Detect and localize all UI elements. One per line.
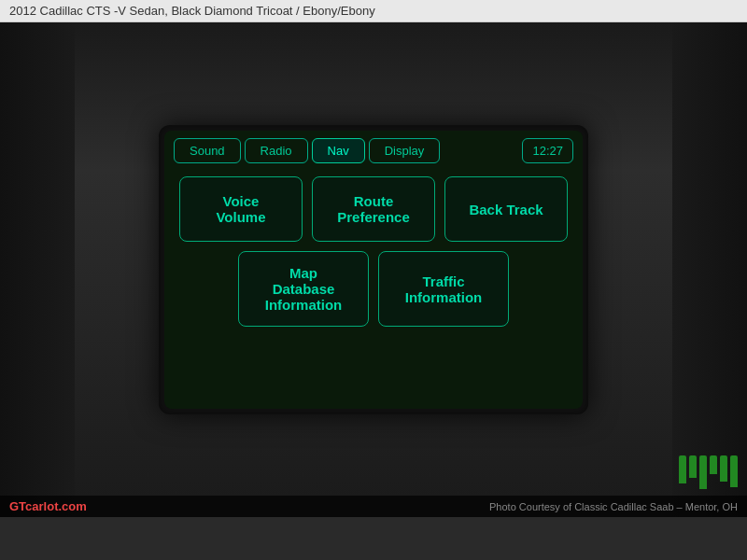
plant-bar <box>720 455 727 482</box>
page-title: 2012 Cadillac CTS -V Sedan, Black Diamon… <box>9 4 375 18</box>
voice-volume-button[interactable]: Voice Volume <box>179 176 303 242</box>
display-screen: Sound Radio Nav Display 12:27 Voice Volu… <box>164 131 583 409</box>
plants-decoration <box>679 455 738 489</box>
tab-time: 12:27 <box>522 138 573 163</box>
plant-bar <box>689 455 697 478</box>
button-row-2: Map Database Information Traffic Informa… <box>179 251 568 327</box>
right-panel <box>672 22 747 517</box>
back-track-button[interactable]: Back Track <box>444 176 568 242</box>
bottom-bar: GTcarlot.com Photo Courtesy of Classic C… <box>0 496 747 517</box>
map-database-button[interactable]: Map Database Information <box>238 251 369 327</box>
plant-bar <box>679 455 686 483</box>
plant-bar <box>699 455 707 489</box>
watermark-logo: GTcarlot.com <box>9 499 87 513</box>
top-bar: 2012 Cadillac CTS -V Sedan, Black Diamon… <box>0 0 747 22</box>
photo-credit: Photo Courtesy of Classic Cadillac Saab … <box>489 501 738 512</box>
left-panel <box>0 22 75 517</box>
page-wrapper: 2012 Cadillac CTS -V Sedan, Black Diamon… <box>0 0 747 560</box>
car-interior: Sound Radio Nav Display 12:27 Voice Volu… <box>0 22 747 517</box>
tab-display[interactable]: Display <box>369 138 441 163</box>
screen-surround: Sound Radio Nav Display 12:27 Voice Volu… <box>159 125 588 414</box>
plant-bar <box>730 455 738 487</box>
plant-bar <box>710 455 717 474</box>
tab-sound[interactable]: Sound <box>174 138 241 163</box>
button-row-1: Voice Volume Route Preference Back Track <box>179 176 568 242</box>
tab-radio[interactable]: Radio <box>245 138 308 163</box>
nav-content: Voice Volume Route Preference Back Track… <box>164 163 583 340</box>
route-preference-button[interactable]: Route Preference <box>312 176 435 242</box>
tab-nav[interactable]: Nav <box>312 138 365 163</box>
tab-bar: Sound Radio Nav Display 12:27 <box>164 131 583 163</box>
traffic-information-button[interactable]: Traffic Information <box>378 251 509 327</box>
